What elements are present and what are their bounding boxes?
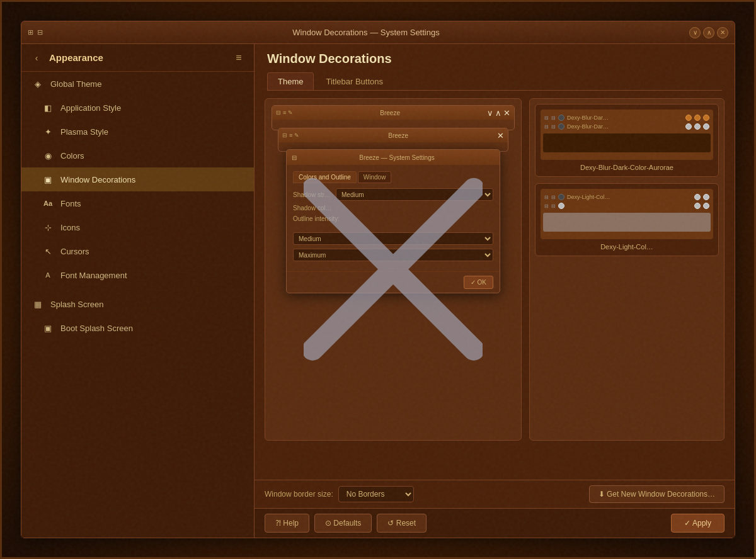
sidebar-item-global-theme[interactable]: ◈ Global Theme xyxy=(21,72,254,96)
fonts-icon: Aa xyxy=(42,197,54,210)
dialog-actions: ✓ OK xyxy=(287,271,500,293)
theme-item-dexy-blur-dark[interactable]: ⊟ ⊟ Dexy-Blur-Dar… xyxy=(535,104,719,177)
dialog-tab-colors[interactable]: Colors and Outline xyxy=(293,171,357,183)
border-size-select[interactable]: No Borders Tiny Small Normal Large Very … xyxy=(338,486,414,502)
sidebar-item-window-decorations[interactable]: ▣ Window Decorations xyxy=(21,167,254,191)
sidebar-label-cursors: Cursors xyxy=(60,247,89,256)
theme-icon-2: ⊟ xyxy=(551,115,556,121)
defaults-button[interactable]: ⊙ Defaults xyxy=(314,514,372,533)
sidebar-label-application-style: Application Style xyxy=(60,103,121,113)
mini-icon-2a: ⊟ xyxy=(282,132,287,138)
outline-intensity-label: Outline intensity: xyxy=(293,215,340,222)
settings-icon: ⊟ xyxy=(37,28,43,37)
sidebar-item-icons[interactable]: ⊹ Icons xyxy=(21,215,254,239)
plasma-style-icon: ✦ xyxy=(42,125,54,138)
sidebar-item-application-style[interactable]: ◧ Application Style xyxy=(21,96,254,120)
sidebar-label-global-theme: Global Theme xyxy=(50,79,101,89)
dialog-titlebar: ⊟ Breeze — System Settings xyxy=(287,150,500,165)
tab-titlebar-buttons[interactable]: Titlebar Buttons xyxy=(315,72,394,90)
theme-row-1: ⊟ ⊟ Dexy-Blur-Dar… xyxy=(541,110,713,122)
outer-frame: ⊞ ⊟ Window Decorations — System Settings… xyxy=(0,0,756,559)
theme-icon-3: ⊟ xyxy=(544,124,549,130)
option-select-2[interactable]: Maximum xyxy=(293,249,493,261)
panel-title: Window Decorations xyxy=(267,52,722,66)
mini-titlebar-2: ⊟ ≡ ✎ Breeze ✕ xyxy=(278,128,508,142)
theme-circle-3 xyxy=(694,115,701,121)
theme-circle-8 xyxy=(703,123,709,130)
sidebar-label-fonts: Fonts xyxy=(60,199,81,208)
mini-tb-icons-1: ⊟ ≡ ✎ xyxy=(276,110,293,116)
theme-circle-6 xyxy=(685,123,692,130)
sidebar-item-fonts[interactable]: Aa Fonts xyxy=(21,191,254,215)
sidebar-label-splash-screen: Splash Screen xyxy=(50,300,104,309)
sidebar-item-boot-splash-screen[interactable]: ▣ Boot Splash Screen xyxy=(21,316,254,340)
help-button[interactable]: ⁈ Help xyxy=(265,514,309,533)
dialog-ok-button[interactable]: ✓ OK xyxy=(464,276,493,289)
mini-icon-2b: ≡ xyxy=(289,132,292,138)
get-new-decorations-button[interactable]: ⬇ Get New Window Decorations… xyxy=(589,485,724,503)
shadow-strength-row: Shadow str… Medium xyxy=(293,188,493,201)
mini-close-2: ✕ xyxy=(497,131,504,140)
dropdown-row-1: Medium xyxy=(293,232,493,245)
theme-circle-14 xyxy=(703,203,709,209)
minimize-button[interactable]: ∨ xyxy=(689,27,701,38)
window-title: Window Decorations — System Settings xyxy=(43,28,689,37)
mini-icon-1: ⊟ xyxy=(276,110,281,116)
theme-circle-2 xyxy=(685,115,692,121)
icons-icon: ⊹ xyxy=(42,221,54,234)
theme-circle-13 xyxy=(694,203,701,209)
sidebar-label-colors: Colors xyxy=(60,151,84,161)
sidebar-label-boot-splash-screen: Boot Splash Screen xyxy=(60,324,133,333)
close-button[interactable]: ✕ xyxy=(717,27,728,38)
window-decorations-icon: ▣ xyxy=(42,173,54,186)
themes-left: ⊟ ≡ ✎ Breeze ∨ ∧ ✕ xyxy=(265,98,522,441)
shadow-strength-select[interactable]: Medium xyxy=(336,188,493,201)
mini-chevron-up: ∧ xyxy=(495,108,501,118)
option-select-1[interactable]: Medium xyxy=(293,232,493,245)
sidebar-item-colors[interactable]: ◉ Colors xyxy=(21,144,254,167)
theme-circle-7 xyxy=(694,123,701,130)
themes-grid-area: ⊟ ≡ ✎ Breeze ∨ ∧ ✕ xyxy=(265,98,724,441)
theme-name-short-3: Dexy-Light-Col… xyxy=(567,194,692,200)
sidebar-item-splash-screen[interactable]: ▦ Splash Screen xyxy=(21,292,254,316)
theme-item-dexy-light[interactable]: ⊟ ⊟ Dexy-Light-Col… ⊟ xyxy=(535,183,719,256)
bottom-bar: Window border size: No Borders Tiny Smal… xyxy=(255,480,735,508)
mini-close-icon: ✕ xyxy=(503,108,510,118)
border-size-row: Window border size: No Borders Tiny Smal… xyxy=(265,486,583,502)
mini-tb-icons-2: ⊟ ≡ ✎ xyxy=(282,132,299,138)
sidebar-section-title: Appearance xyxy=(49,52,226,63)
theme-preview-box: ⊟ ≡ ✎ Breeze ∨ ∧ ✕ xyxy=(265,98,522,441)
titlebar-controls: ∨ ∧ ✕ xyxy=(689,27,728,38)
theme-circle-11 xyxy=(703,194,709,200)
sidebar-label-icons: Icons xyxy=(60,223,80,232)
maximize-button[interactable]: ∧ xyxy=(703,27,714,38)
sidebar-item-font-management[interactable]: A Font Management xyxy=(21,263,254,287)
mini-chevron-down: ∨ xyxy=(487,108,493,118)
panel-content: ⊟ ≡ ✎ Breeze ∨ ∧ ✕ xyxy=(255,91,735,480)
apply-button[interactable]: ✓ Apply xyxy=(671,514,724,533)
theme-circle-9 xyxy=(558,194,564,200)
theme-icon-8: ⊟ xyxy=(551,203,556,209)
tab-theme[interactable]: Theme xyxy=(267,72,314,90)
sidebar-item-cursors[interactable]: ↖ Cursors xyxy=(21,239,254,263)
shadow-color-row: Shadow col… xyxy=(293,205,493,212)
theme-icon-4: ⊟ xyxy=(551,124,556,130)
theme-name-dexy-light: Dexy-Light-Col… xyxy=(541,243,713,251)
dialog-content: Colors and Outline Window Shadow str… Me… xyxy=(287,165,500,271)
dialog-tab-window[interactable]: Window xyxy=(358,171,392,183)
shadow-strength-label: Shadow str… xyxy=(293,191,331,198)
theme-circle-4 xyxy=(703,115,709,121)
theme-row-4: ⊟ ⊟ xyxy=(541,201,713,210)
sidebar: ‹ Appearance ≡ ◈ Global Theme ◧ Applicat… xyxy=(21,44,255,538)
sidebar-item-plasma-style[interactable]: ✦ Plasma Style xyxy=(21,120,254,144)
theme-icon-6: ⊟ xyxy=(551,195,556,200)
application-style-icon: ◧ xyxy=(42,101,54,114)
main-panel: Window Decorations Theme Titlebar Button… xyxy=(255,44,735,538)
back-button[interactable]: ‹ xyxy=(29,50,44,65)
theme-icon-1: ⊟ xyxy=(544,115,549,121)
cursors-icon: ↖ xyxy=(42,245,54,257)
splash-screen-icon: ▦ xyxy=(32,298,44,310)
reset-button[interactable]: ↺ Reset xyxy=(377,514,427,533)
sidebar-menu-button[interactable]: ≡ xyxy=(231,50,246,65)
panel-header: Window Decorations Theme Titlebar Button… xyxy=(255,44,735,91)
